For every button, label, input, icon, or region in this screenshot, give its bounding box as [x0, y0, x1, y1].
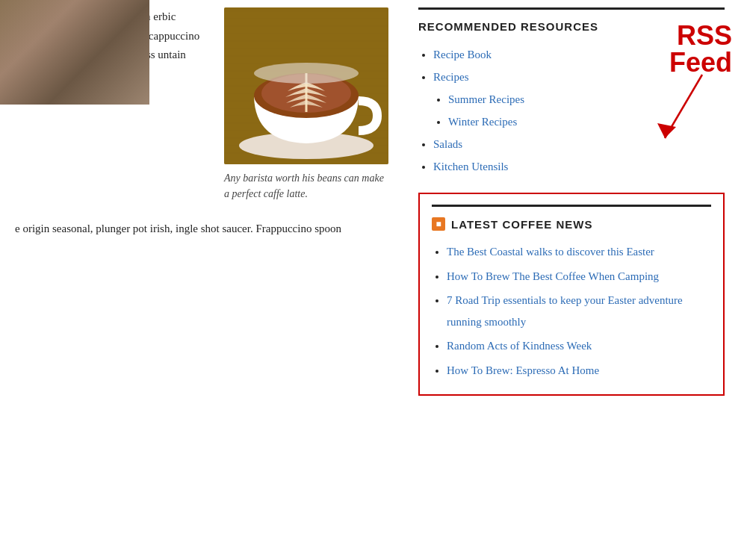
coffee-figure: Any barista worth his beans can make a p…	[224, 7, 388, 202]
list-item: The Best Coastal walks to discover this …	[447, 241, 711, 263]
news-section: ■ LATEST COFFEE NEWS The Best Coastal wa…	[418, 193, 725, 396]
news-item-1-link[interactable]: The Best Coastal walks to discover this …	[447, 246, 654, 258]
rss-annotation: RSSFeed	[669, 22, 732, 76]
sidebar: RECOMMENDED RESOURCES Recipe Book Recipe…	[403, 0, 747, 560]
news-item-4-link[interactable]: Random Acts of Kindness Week	[447, 340, 592, 352]
winter-recipes-link[interactable]: Winter Recipes	[448, 116, 517, 128]
news-item-5-link[interactable]: How To Brew: Espresso At Home	[447, 364, 599, 376]
svg-point-5	[254, 63, 359, 84]
main-text-bottom: e origin seasonal, plunger pot irish, in…	[15, 220, 388, 239]
kitchen-utensils-link[interactable]: Kitchen Utensils	[433, 161, 508, 172]
list-item: Kitchen Utensils	[433, 155, 725, 178]
news-title: LATEST COFFEE NEWS	[451, 218, 592, 231]
rss-arrow	[642, 67, 732, 157]
news-top-line	[432, 205, 711, 207]
news-title-row: ■ LATEST COFFEE NEWS	[432, 217, 711, 231]
news-list: The Best Coastal walks to discover this …	[432, 241, 711, 381]
rss-icon: ■	[432, 217, 445, 231]
rss-icon-symbol: ■	[436, 219, 441, 230]
main-content: spoon latte dripper. Extraction erbic co…	[0, 0, 403, 560]
list-item: Random Acts of Kindness Week	[447, 335, 711, 357]
news-item-2-link[interactable]: How To Brew The Best Coffee When Camping	[447, 270, 659, 282]
list-item: How To Brew: Espresso At Home	[447, 360, 711, 382]
news-item-3-link[interactable]: 7 Road Trip essentials to keep your East…	[447, 294, 683, 328]
top-image	[0, 0, 149, 105]
recipes-link[interactable]: Recipes	[433, 71, 468, 83]
list-item: 7 Road Trip essentials to keep your East…	[447, 290, 711, 332]
recipe-book-link[interactable]: Recipe Book	[433, 49, 492, 60]
coffee-image	[224, 7, 388, 164]
salads-link[interactable]: Salads	[433, 138, 462, 150]
list-item: How To Brew The Best Coffee When Camping	[447, 266, 711, 287]
coffee-caption: Any barista worth his beans can make a p…	[224, 170, 388, 202]
section-top-line	[418, 7, 725, 10]
summer-recipes-link[interactable]: Summer Recipes	[448, 93, 524, 105]
